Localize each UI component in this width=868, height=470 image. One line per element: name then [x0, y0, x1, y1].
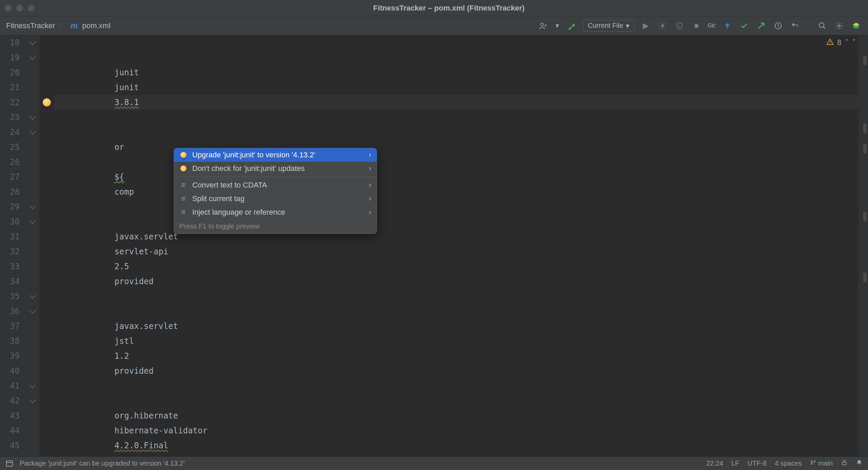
- split-icon: ≡: [179, 194, 188, 203]
- intention-bulb-icon[interactable]: [43, 98, 51, 106]
- line-number: 30: [0, 214, 20, 229]
- close-window-button[interactable]: [5, 5, 12, 12]
- menu-separator: [174, 177, 377, 177]
- intention-menu-item[interactable]: Upgrade 'junit:junit' to version '4.13.2…: [174, 148, 377, 162]
- run-config-selector[interactable]: Current File ▾: [583, 20, 634, 32]
- code-line[interactable]: [54, 393, 868, 408]
- code-line[interactable]: provided: [54, 274, 868, 289]
- breadcrumb-project[interactable]: FitnessTracker: [6, 21, 55, 30]
- code-line[interactable]: [54, 35, 868, 50]
- intention-menu-item[interactable]: ≡Inject language or reference›: [174, 205, 377, 219]
- code-line[interactable]: [54, 125, 868, 140]
- notifications-icon[interactable]: [856, 459, 863, 468]
- fold-toggle-icon[interactable]: [29, 53, 36, 60]
- coverage-icon[interactable]: [674, 20, 685, 32]
- history-icon[interactable]: [772, 20, 784, 32]
- chevron-down-icon[interactable]: ▾: [554, 20, 560, 32]
- code-line[interactable]: [54, 50, 868, 65]
- line-number: 42: [0, 393, 20, 408]
- tool-window-toggle-icon[interactable]: [5, 459, 14, 468]
- code-line[interactable]: jstl: [54, 334, 868, 349]
- debug-icon[interactable]: [657, 20, 668, 32]
- chevron-right-icon: ›: [369, 194, 371, 203]
- jetbrains-toolbox-icon[interactable]: [850, 20, 862, 32]
- code-line[interactable]: org.hibernate: [54, 408, 868, 423]
- code-line[interactable]: hibernate-validator: [54, 423, 868, 438]
- status-bar: Package 'junit:junit' can be upgraded to…: [0, 456, 868, 470]
- code-line[interactable]: [54, 378, 868, 393]
- git-commit-icon[interactable]: [738, 20, 750, 32]
- fold-toggle-icon[interactable]: [29, 38, 36, 45]
- git-pull-icon[interactable]: [722, 20, 733, 32]
- line-number: 23: [0, 110, 20, 125]
- code-line[interactable]: junit: [54, 65, 868, 80]
- search-icon[interactable]: [816, 20, 828, 32]
- code-area[interactable]: junit junit 3.8.1 or ${ comp javax.servl…: [54, 35, 868, 456]
- intention-menu-item[interactable]: ≡Split current tag›: [174, 192, 377, 205]
- fold-toggle-icon[interactable]: [29, 217, 36, 224]
- undo-icon[interactable]: [789, 20, 801, 32]
- svg-rect-5: [6, 461, 13, 466]
- next-highlight-icon[interactable]: ˅: [852, 38, 856, 47]
- fold-toggle-icon[interactable]: [29, 202, 36, 209]
- breadcrumb-file[interactable]: pom.xml: [82, 21, 111, 30]
- intention-menu-item[interactable]: ≡Convert text to CDATA›: [174, 178, 377, 192]
- maven-icon: m: [70, 21, 79, 31]
- code-with-me-icon[interactable]: [537, 20, 549, 32]
- line-number: 40: [0, 364, 20, 378]
- code-line[interactable]: junit: [54, 80, 868, 95]
- caret-position[interactable]: 22:24: [706, 459, 723, 467]
- prev-highlight-icon[interactable]: ˄: [845, 38, 849, 47]
- intention-menu-item[interactable]: Don't check for 'junit:junit' updates›: [174, 162, 377, 175]
- code-line[interactable]: provided: [54, 364, 868, 378]
- code-line[interactable]: [54, 110, 868, 125]
- chevron-right-icon: 〉: [59, 21, 66, 31]
- fold-toggle-icon[interactable]: [29, 128, 36, 135]
- code-line[interactable]: servlet-api: [54, 244, 868, 259]
- lock-icon[interactable]: [841, 459, 848, 468]
- bulb-icon: [179, 152, 188, 158]
- warning-icon: [826, 38, 834, 47]
- code-line[interactable]: 3.8.1: [54, 95, 868, 110]
- line-number: 20: [0, 65, 20, 80]
- code-line[interactable]: [54, 304, 868, 319]
- git-push-icon[interactable]: [755, 20, 767, 32]
- line-number: 45: [0, 438, 20, 453]
- file-encoding[interactable]: UTF-8: [747, 459, 767, 467]
- svg-point-8: [814, 461, 815, 462]
- breadcrumb[interactable]: FitnessTracker 〉 m pom.xml: [6, 21, 111, 31]
- status-message: Package 'junit:junit' can be upgraded to…: [20, 459, 185, 467]
- minimize-window-button[interactable]: [16, 5, 23, 12]
- titlebar: FitnessTracker – pom.xml (FitnessTracker…: [0, 0, 868, 16]
- code-line[interactable]: [54, 289, 868, 304]
- indent-setting[interactable]: 4 spaces: [775, 459, 802, 467]
- code-line[interactable]: javax.servlet: [54, 319, 868, 334]
- git-branch-widget[interactable]: main: [810, 459, 833, 467]
- code-line[interactable]: 1.2: [54, 349, 868, 364]
- settings-gear-icon[interactable]: [833, 20, 845, 32]
- window-title: FitnessTracker – pom.xml (FitnessTracker…: [35, 4, 863, 13]
- fold-toggle-icon[interactable]: [29, 307, 36, 314]
- svg-point-6: [811, 461, 812, 462]
- line-number-gutter: 1819202122232425262728293031323334353637…: [0, 35, 26, 456]
- fold-toggle-icon[interactable]: [29, 113, 36, 120]
- inspections-widget[interactable]: 8 ˄ ˅: [826, 38, 856, 47]
- stop-icon[interactable]: ■: [691, 20, 702, 32]
- run-icon[interactable]: ▶: [640, 20, 651, 32]
- warning-count: 8: [837, 38, 842, 47]
- code-line[interactable]: 2.5: [54, 259, 868, 274]
- line-separator[interactable]: LF: [731, 459, 739, 467]
- editor[interactable]: 1819202122232425262728293031323334353637…: [0, 35, 868, 456]
- zoom-window-button[interactable]: [28, 5, 35, 12]
- fold-gutter[interactable]: [26, 35, 39, 456]
- line-number: 21: [0, 80, 20, 95]
- error-stripe[interactable]: [859, 35, 868, 456]
- fold-toggle-icon[interactable]: [29, 292, 36, 299]
- code-line[interactable]: 4.2.0.Final: [54, 438, 868, 453]
- chevron-right-icon: ›: [369, 181, 371, 190]
- fold-toggle-icon[interactable]: [29, 381, 36, 388]
- fold-toggle-icon[interactable]: [29, 396, 36, 403]
- build-hammer-icon[interactable]: [566, 20, 577, 32]
- navigation-bar: FitnessTracker 〉 m pom.xml ▾ Current Fil…: [0, 16, 868, 35]
- line-number: 24: [0, 125, 20, 140]
